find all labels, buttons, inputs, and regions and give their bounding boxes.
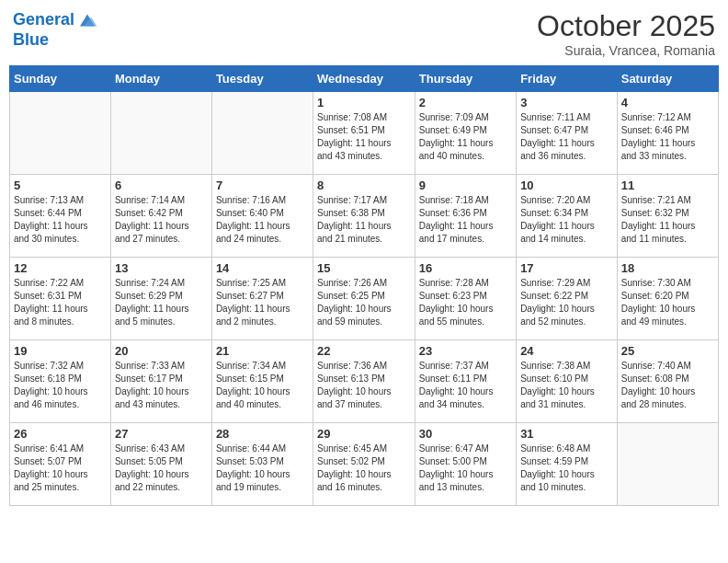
page-header: General Blue October 2025 Suraia, Vrance…	[9, 9, 719, 58]
calendar-cell: 24Sunrise: 7:38 AM Sunset: 6:10 PM Dayli…	[517, 340, 618, 423]
day-number: 27	[115, 427, 208, 441]
calendar-cell: 6Sunrise: 7:14 AM Sunset: 6:42 PM Daylig…	[110, 175, 211, 258]
calendar-cell: 23Sunrise: 7:37 AM Sunset: 6:11 PM Dayli…	[415, 340, 516, 423]
day-number: 29	[317, 427, 411, 441]
calendar-cell: 14Sunrise: 7:25 AM Sunset: 6:27 PM Dayli…	[211, 258, 313, 340]
day-info: Sunrise: 6:47 AM Sunset: 5:00 PM Dayligh…	[419, 442, 512, 494]
weekday-header: Thursday	[415, 66, 516, 92]
day-number: 18	[621, 261, 714, 275]
calendar-cell	[110, 92, 211, 175]
day-info: Sunrise: 7:11 AM Sunset: 6:47 PM Dayligh…	[520, 111, 613, 163]
calendar-cell: 5Sunrise: 7:13 AM Sunset: 6:44 PM Daylig…	[10, 175, 111, 258]
calendar-cell: 18Sunrise: 7:30 AM Sunset: 6:20 PM Dayli…	[617, 258, 718, 340]
calendar-cell: 12Sunrise: 7:22 AM Sunset: 6:31 PM Dayli…	[10, 258, 111, 340]
calendar-week-row: 19Sunrise: 7:32 AM Sunset: 6:18 PM Dayli…	[10, 340, 719, 423]
day-number: 17	[520, 261, 613, 275]
calendar-cell	[10, 92, 111, 175]
day-info: Sunrise: 7:09 AM Sunset: 6:49 PM Dayligh…	[419, 111, 512, 163]
day-number: 2	[419, 96, 512, 109]
calendar-cell: 25Sunrise: 7:40 AM Sunset: 6:08 PM Dayli…	[617, 340, 718, 423]
calendar-cell: 2Sunrise: 7:09 AM Sunset: 6:49 PM Daylig…	[415, 92, 516, 175]
day-number: 25	[621, 344, 714, 358]
day-number: 10	[520, 178, 613, 192]
day-number: 30	[419, 427, 512, 441]
calendar-cell: 13Sunrise: 7:24 AM Sunset: 6:29 PM Dayli…	[110, 258, 211, 340]
calendar-table: SundayMondayTuesdayWednesdayThursdayFrid…	[9, 65, 719, 506]
weekday-header: Tuesday	[211, 66, 313, 92]
calendar-cell: 17Sunrise: 7:29 AM Sunset: 6:22 PM Dayli…	[517, 258, 618, 340]
day-number: 5	[14, 178, 107, 192]
day-info: Sunrise: 6:41 AM Sunset: 5:07 PM Dayligh…	[14, 442, 107, 494]
calendar-week-row: 12Sunrise: 7:22 AM Sunset: 6:31 PM Dayli…	[10, 258, 719, 340]
day-info: Sunrise: 7:36 AM Sunset: 6:13 PM Dayligh…	[317, 360, 411, 411]
calendar-week-row: 5Sunrise: 7:13 AM Sunset: 6:44 PM Daylig…	[10, 175, 719, 258]
day-info: Sunrise: 7:30 AM Sunset: 6:20 PM Dayligh…	[621, 277, 714, 328]
day-info: Sunrise: 7:17 AM Sunset: 6:38 PM Dayligh…	[317, 194, 411, 246]
weekday-header: Sunday	[10, 66, 111, 92]
calendar-cell: 4Sunrise: 7:12 AM Sunset: 6:46 PM Daylig…	[617, 92, 718, 175]
day-number: 1	[317, 96, 411, 109]
calendar-cell: 28Sunrise: 6:44 AM Sunset: 5:03 PM Dayli…	[211, 423, 313, 506]
day-info: Sunrise: 6:45 AM Sunset: 5:02 PM Dayligh…	[317, 442, 411, 494]
day-info: Sunrise: 6:44 AM Sunset: 5:03 PM Dayligh…	[216, 442, 309, 494]
weekday-header: Saturday	[617, 66, 718, 92]
day-info: Sunrise: 7:20 AM Sunset: 6:34 PM Dayligh…	[520, 194, 613, 246]
day-info: Sunrise: 7:12 AM Sunset: 6:46 PM Dayligh…	[621, 111, 714, 163]
calendar-cell: 3Sunrise: 7:11 AM Sunset: 6:47 PM Daylig…	[517, 92, 618, 175]
day-info: Sunrise: 7:34 AM Sunset: 6:15 PM Dayligh…	[216, 360, 309, 411]
day-number: 21	[216, 344, 309, 358]
day-info: Sunrise: 7:40 AM Sunset: 6:08 PM Dayligh…	[621, 360, 714, 411]
calendar-cell: 16Sunrise: 7:28 AM Sunset: 6:23 PM Dayli…	[415, 258, 516, 340]
calendar-cell: 26Sunrise: 6:41 AM Sunset: 5:07 PM Dayli…	[10, 423, 111, 506]
day-number: 23	[419, 344, 512, 358]
day-number: 31	[520, 427, 613, 441]
day-info: Sunrise: 7:22 AM Sunset: 6:31 PM Dayligh…	[14, 277, 107, 328]
day-info: Sunrise: 7:25 AM Sunset: 6:27 PM Dayligh…	[216, 277, 309, 328]
day-number: 28	[216, 427, 309, 441]
weekday-header: Friday	[517, 66, 618, 92]
calendar-cell: 31Sunrise: 6:48 AM Sunset: 4:59 PM Dayli…	[517, 423, 618, 506]
day-info: Sunrise: 7:33 AM Sunset: 6:17 PM Dayligh…	[115, 360, 208, 411]
logo: General Blue	[13, 9, 98, 50]
day-info: Sunrise: 7:38 AM Sunset: 6:10 PM Dayligh…	[520, 360, 613, 411]
day-info: Sunrise: 7:14 AM Sunset: 6:42 PM Dayligh…	[115, 194, 208, 246]
calendar-cell: 11Sunrise: 7:21 AM Sunset: 6:32 PM Dayli…	[617, 175, 718, 258]
calendar-cell: 9Sunrise: 7:18 AM Sunset: 6:36 PM Daylig…	[415, 175, 516, 258]
calendar-cell: 21Sunrise: 7:34 AM Sunset: 6:15 PM Dayli…	[211, 340, 313, 423]
calendar-cell: 1Sunrise: 7:08 AM Sunset: 6:51 PM Daylig…	[313, 92, 415, 175]
calendar-cell: 29Sunrise: 6:45 AM Sunset: 5:02 PM Dayli…	[313, 423, 415, 506]
day-number: 20	[115, 344, 208, 358]
calendar-cell: 8Sunrise: 7:17 AM Sunset: 6:38 PM Daylig…	[313, 175, 415, 258]
day-info: Sunrise: 7:21 AM Sunset: 6:32 PM Dayligh…	[621, 194, 714, 246]
calendar-cell: 30Sunrise: 6:47 AM Sunset: 5:00 PM Dayli…	[415, 423, 516, 506]
logo-blue: Blue	[13, 31, 98, 50]
day-info: Sunrise: 7:37 AM Sunset: 6:11 PM Dayligh…	[419, 360, 512, 411]
day-info: Sunrise: 6:43 AM Sunset: 5:05 PM Dayligh…	[115, 442, 208, 494]
calendar-cell	[211, 92, 313, 175]
calendar-cell: 7Sunrise: 7:16 AM Sunset: 6:40 PM Daylig…	[211, 175, 313, 258]
day-number: 7	[216, 178, 309, 192]
day-info: Sunrise: 7:08 AM Sunset: 6:51 PM Dayligh…	[317, 111, 411, 163]
day-number: 8	[317, 178, 411, 192]
day-info: Sunrise: 7:18 AM Sunset: 6:36 PM Dayligh…	[419, 194, 512, 246]
title-section: October 2025 Suraia, Vrancea, Romania	[537, 9, 715, 58]
day-info: Sunrise: 7:13 AM Sunset: 6:44 PM Dayligh…	[14, 194, 107, 246]
day-info: Sunrise: 7:29 AM Sunset: 6:22 PM Dayligh…	[520, 277, 613, 328]
day-number: 19	[14, 344, 107, 358]
day-number: 9	[419, 178, 512, 192]
month-title: October 2025	[537, 9, 715, 43]
logo-text: General	[13, 9, 98, 31]
weekday-header-row: SundayMondayTuesdayWednesdayThursdayFrid…	[10, 66, 719, 92]
calendar-cell: 22Sunrise: 7:36 AM Sunset: 6:13 PM Dayli…	[313, 340, 415, 423]
day-info: Sunrise: 7:28 AM Sunset: 6:23 PM Dayligh…	[419, 277, 512, 328]
calendar-cell	[617, 423, 718, 506]
calendar-cell: 10Sunrise: 7:20 AM Sunset: 6:34 PM Dayli…	[517, 175, 618, 258]
day-number: 12	[14, 261, 107, 275]
calendar-cell: 27Sunrise: 6:43 AM Sunset: 5:05 PM Dayli…	[110, 423, 211, 506]
day-number: 11	[621, 178, 714, 192]
weekday-header: Wednesday	[313, 66, 415, 92]
day-number: 22	[317, 344, 411, 358]
day-info: Sunrise: 7:26 AM Sunset: 6:25 PM Dayligh…	[317, 277, 411, 328]
calendar-week-row: 26Sunrise: 6:41 AM Sunset: 5:07 PM Dayli…	[10, 423, 719, 506]
day-number: 16	[419, 261, 512, 275]
